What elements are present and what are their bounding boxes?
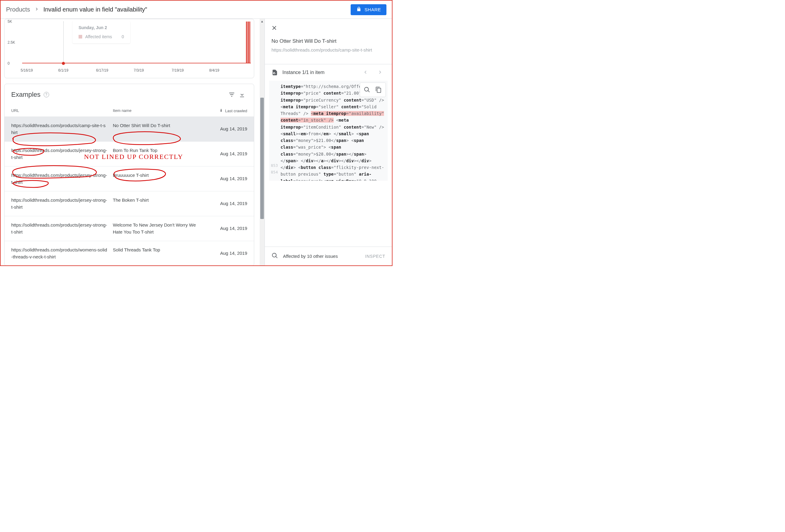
table-row[interactable]: https://solidthreads.com/products/jersey…: [4, 166, 254, 191]
tooltip-metric: Affected items: [85, 34, 112, 39]
breadcrumb: Products Invalid enum value in field "av…: [6, 6, 147, 13]
share-button[interactable]: SHARE: [351, 4, 386, 15]
breadcrumb-root[interactable]: Products: [6, 6, 30, 13]
cell-url: https://solidthreads.com/products/jersey…: [11, 172, 113, 186]
download-icon[interactable]: [237, 90, 247, 100]
lock-icon: [356, 6, 361, 13]
cell-url: https://solidthreads.com/products/jersey…: [11, 197, 113, 210]
scroll-up-icon[interactable]: ▴: [260, 19, 264, 24]
cell-item: Welcome To New Jersey Don't Worry We Hat…: [113, 222, 205, 235]
code-snippet[interactable]: itemtype="http://schema.org/Offer"> <met…: [269, 81, 388, 181]
cell-item: The Boken T-shirt: [113, 197, 205, 210]
cell-date: Aug 14, 2019: [205, 122, 247, 136]
x-axis: [22, 63, 251, 64]
cell-url: https://solidthreads.com/products/womens…: [11, 247, 113, 260]
y-tick: 0: [7, 61, 10, 66]
tooltip-value: 0: [122, 34, 124, 39]
scroll-thumb[interactable]: [260, 98, 264, 219]
search-icon[interactable]: [272, 252, 278, 260]
cell-url: https://solidthreads.com/products/camp-s…: [11, 122, 113, 136]
code-toolbar: [360, 82, 386, 97]
chart-hover-dot: [62, 62, 65, 65]
table-row[interactable]: https://solidthreads.com/products/jersey…: [4, 191, 254, 216]
examples-title: Examples: [11, 91, 41, 99]
cell-date: Aug 14, 2019: [205, 147, 247, 161]
chevron-right-icon: [34, 7, 39, 12]
chart-hover-line: [64, 22, 64, 64]
cell-url: https://solidthreads.com/products/jersey…: [11, 147, 113, 161]
x-tick: 7/3/19: [134, 68, 144, 73]
scrollbar[interactable]: ▴: [260, 19, 264, 265]
sort-arrow-down-icon: [219, 108, 223, 113]
detail-panel: ✕ No Otter Shirt Will Do T-shirt https:/…: [264, 19, 392, 265]
table-row[interactable]: https://solidthreads.com/products/jersey…: [4, 141, 254, 166]
share-button-label: SHARE: [364, 7, 381, 12]
x-tick: 6/17/19: [96, 68, 108, 73]
help-icon[interactable]: ?: [44, 92, 49, 97]
chart-bar: [248, 22, 248, 64]
copy-icon[interactable]: [373, 84, 384, 96]
cell-item: No Otter Shirt Will Do T-shirt: [113, 122, 205, 136]
chart-bar: [249, 22, 250, 64]
instance-bar: Instance 1/1 in item: [265, 64, 392, 81]
inspect-button[interactable]: INSPECT: [365, 254, 385, 259]
table-header: URL Item name Last crawled: [4, 102, 254, 117]
document-search-icon: [272, 69, 278, 76]
x-tick: 8/4/19: [209, 68, 219, 73]
col-header-item[interactable]: Item name: [113, 108, 205, 113]
table-row[interactable]: https://solidthreads.com/products/womens…: [4, 241, 254, 265]
x-tick: 6/1/19: [58, 68, 68, 73]
next-instance-icon[interactable]: [375, 70, 385, 76]
close-icon[interactable]: ✕: [272, 24, 277, 32]
col-header-date[interactable]: Last crawled: [205, 108, 247, 113]
y-tick: 2.5K: [7, 40, 15, 45]
search-in-code-icon[interactable]: [361, 84, 373, 96]
detail-footer: Affected by 10 other issues INSPECT: [265, 247, 392, 265]
chart-tooltip: Sunday, Jun 2 Affected items 0: [73, 21, 130, 43]
table-row[interactable]: https://solidthreads.com/products/jersey…: [4, 216, 254, 241]
table-body: https://solidthreads.com/products/camp-s…: [4, 117, 254, 265]
cell-item: Bruuuuuce T-shirt: [113, 172, 205, 186]
left-pane: 5K 2.5K 0 5/16/19 6/1/19 6/17/19 7/3/19 …: [1, 19, 260, 265]
cell-date: Aug 14, 2019: [205, 222, 247, 235]
x-tick: 5/16/19: [21, 68, 33, 73]
page-header: Products Invalid enum value in field "av…: [1, 1, 392, 19]
detail-url: https://solidthreads.com/products/camp-s…: [272, 47, 385, 52]
table-row[interactable]: https://solidthreads.com/products/camp-s…: [4, 117, 254, 141]
col-header-url[interactable]: URL: [11, 108, 113, 113]
detail-title: No Otter Shirt Will Do T-shirt: [272, 38, 385, 44]
chart-bar: [246, 22, 247, 64]
breadcrumb-leaf: Invalid enum value in field "availabilit…: [43, 6, 147, 13]
cell-date: Aug 14, 2019: [205, 197, 247, 210]
y-tick: 5K: [7, 19, 12, 24]
footer-text: Affected by 10 other issues: [283, 254, 338, 259]
tooltip-date: Sunday, Jun 2: [79, 25, 124, 30]
prev-instance-icon[interactable]: [360, 70, 371, 76]
x-tick: 7/19/19: [172, 68, 184, 73]
instance-label: Instance 1/1 in item: [282, 70, 325, 75]
cell-date: Aug 14, 2019: [205, 247, 247, 260]
chart-card: 5K 2.5K 0 5/16/19 6/1/19 6/17/19 7/3/19 …: [4, 19, 254, 78]
cell-url: https://solidthreads.com/products/jersey…: [11, 222, 113, 235]
cell-date: Aug 14, 2019: [205, 172, 247, 186]
cell-item: Solid Threads Tank Top: [113, 247, 205, 260]
cell-item: Born To Run Tank Top: [113, 147, 205, 161]
tooltip-swatch: [79, 35, 82, 39]
filter-icon[interactable]: [227, 90, 237, 100]
examples-card: Examples ? URL Item name Last crawled: [4, 84, 254, 265]
chart-bars: [246, 22, 250, 64]
chart-area[interactable]: 5K 2.5K 0 5/16/19 6/1/19 6/17/19 7/3/19 …: [22, 22, 251, 64]
